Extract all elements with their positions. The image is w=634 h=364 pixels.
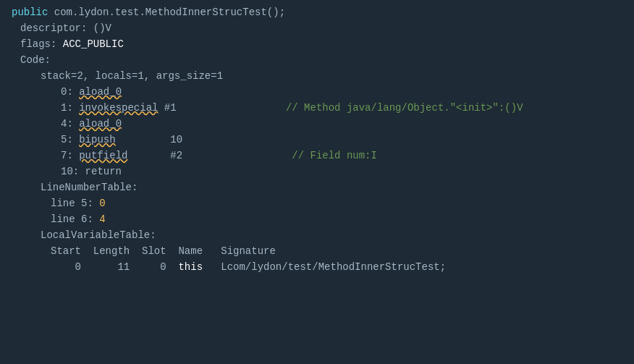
bytecode-comment-1: // Method java/lang/Object."<init>":()V xyxy=(286,102,523,114)
bytecode-index-7: 7: xyxy=(61,150,79,161)
flags-value: ACC_PUBLIC xyxy=(63,38,124,50)
bytecode-comment-7: // Field num:I xyxy=(292,150,377,161)
line-number-5-label: line 5: xyxy=(51,198,99,209)
bytecode-arg-1: #1 xyxy=(158,102,285,114)
bytecode-op-aload0-4: aload_0 xyxy=(79,118,122,130)
line-descriptor: descriptor: ()V xyxy=(0,22,634,38)
descriptor-label: descriptor: ()V xyxy=(20,22,111,34)
line-number-entry-6: line 6: 4 xyxy=(0,213,634,229)
code-view: public com.lydon.test.MethodInnerStrucTe… xyxy=(0,0,634,364)
line-lvt-row: 0 11 0 this Lcom/lydon/test/MethodInnerS… xyxy=(0,261,634,276)
line-bytecode-10: 10: return xyxy=(0,165,634,181)
localvariabletable-label: LocalVariableTable: xyxy=(41,229,156,241)
bytecode-op-aload0: aload_0 xyxy=(79,86,122,98)
bytecode-index-0: 0: xyxy=(61,86,79,98)
line-number-5-value: 0 xyxy=(99,198,105,209)
bytecode-arg-7: #2 xyxy=(127,150,292,161)
line-number-6-label: line 6: xyxy=(51,213,99,225)
line-bytecode-5: 5: bipush 10 xyxy=(0,133,634,149)
code-label: Code: xyxy=(20,54,51,66)
line-class-decl: public com.lydon.test.MethodInnerStrucTe… xyxy=(0,6,634,22)
lvt-header-start: Start Length Slot Name Signature xyxy=(51,245,276,257)
line-bytecode-0: 0: aload_0 xyxy=(0,85,634,101)
line-bytecode-4: 4: aload_0 xyxy=(0,117,634,133)
line-number-entry-5: line 5: 0 xyxy=(0,197,634,213)
lvt-row-signature: Lcom/lydon/test/MethodInnerStrucTest; xyxy=(203,261,446,273)
bytecode-op-bipush: bipush xyxy=(79,134,115,145)
line-bytecode-1: 1: invokespecial #1 // Method java/lang/… xyxy=(0,101,634,117)
bytecode-op-invokespecial: invokespecial xyxy=(79,102,158,114)
bytecode-index-5: 5: xyxy=(61,134,79,145)
line-code: Code: xyxy=(0,54,634,69)
lvt-row-numbers: 0 11 0 xyxy=(51,261,178,273)
flags-label: flags: xyxy=(20,38,63,50)
bytecode-arg-5: 10 xyxy=(116,134,182,145)
line-localvariabletable: LocalVariableTable: xyxy=(0,229,634,245)
stack-info: stack=2, locals=1, args_size=1 xyxy=(41,70,223,82)
class-name: com.lydon.test.MethodInnerStrucTest(); xyxy=(54,7,285,18)
line-stack: stack=2, locals=1, args_size=1 xyxy=(0,69,634,85)
line-number-6-value: 4 xyxy=(99,213,105,225)
line-flags: flags: ACC_PUBLIC xyxy=(0,38,634,54)
bytecode-index-4: 4: xyxy=(61,118,79,130)
bytecode-index-1: 1: xyxy=(61,102,79,114)
line-lvt-headers: Start Length Slot Name Signature xyxy=(0,245,634,261)
bytecode-return: 10: return xyxy=(61,166,122,177)
lvt-row-this: this xyxy=(178,261,203,273)
linenumbertable-label: LineNumberTable: xyxy=(41,182,138,193)
bytecode-op-putfield: putfield xyxy=(79,150,127,161)
line-bytecode-7: 7: putfield #2 // Field num:I xyxy=(0,149,634,165)
keyword-public: public xyxy=(12,7,54,18)
line-linenumbertable: LineNumberTable: xyxy=(0,181,634,197)
